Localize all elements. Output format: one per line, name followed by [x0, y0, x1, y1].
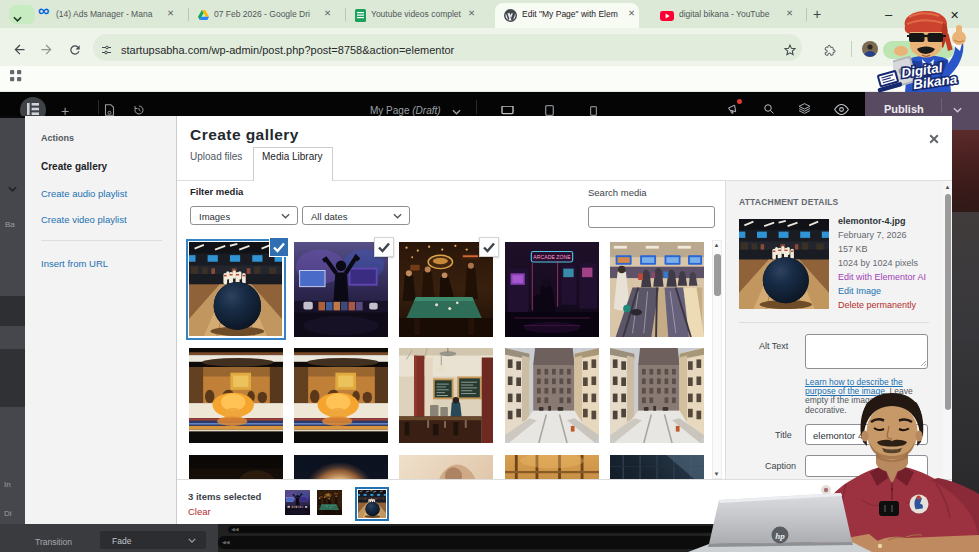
svg-text:hp: hp	[775, 531, 785, 541]
